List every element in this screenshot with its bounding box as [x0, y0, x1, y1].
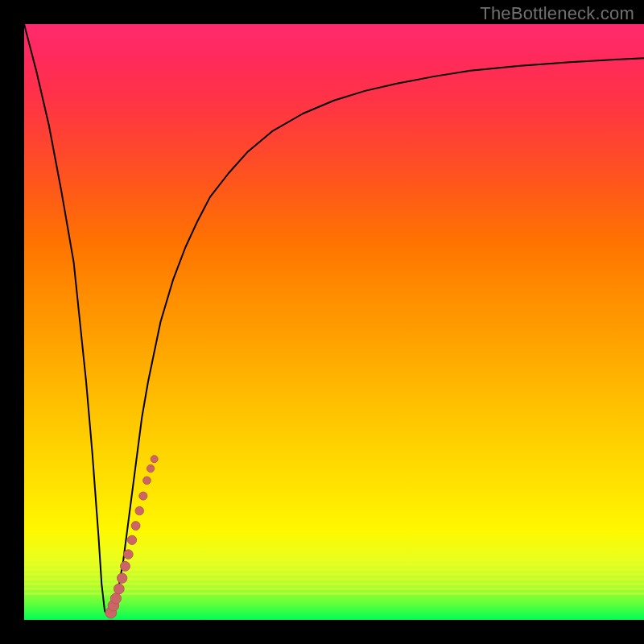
watermark-text: TheBottleneck.com [480, 3, 634, 24]
highlight-dot [120, 561, 130, 571]
highlight-dot [117, 573, 126, 583]
highlight-dot [124, 550, 134, 559]
highlight-dot [139, 492, 147, 500]
chart-container: TheBottleneck.com [0, 0, 644, 644]
curve-layer [24, 24, 644, 620]
plot-area [24, 24, 644, 620]
highlight-dot [147, 464, 154, 472]
highlight-dot [143, 477, 151, 485]
bottleneck-curve [24, 24, 644, 616]
highlight-dot [110, 593, 121, 604]
highlight-dot [151, 456, 158, 463]
highlight-dot [127, 535, 136, 544]
highlight-dot [135, 506, 144, 515]
highlight-dot [131, 522, 140, 530]
highlight-dot [114, 584, 124, 594]
highlight-dots-group [105, 456, 158, 618]
